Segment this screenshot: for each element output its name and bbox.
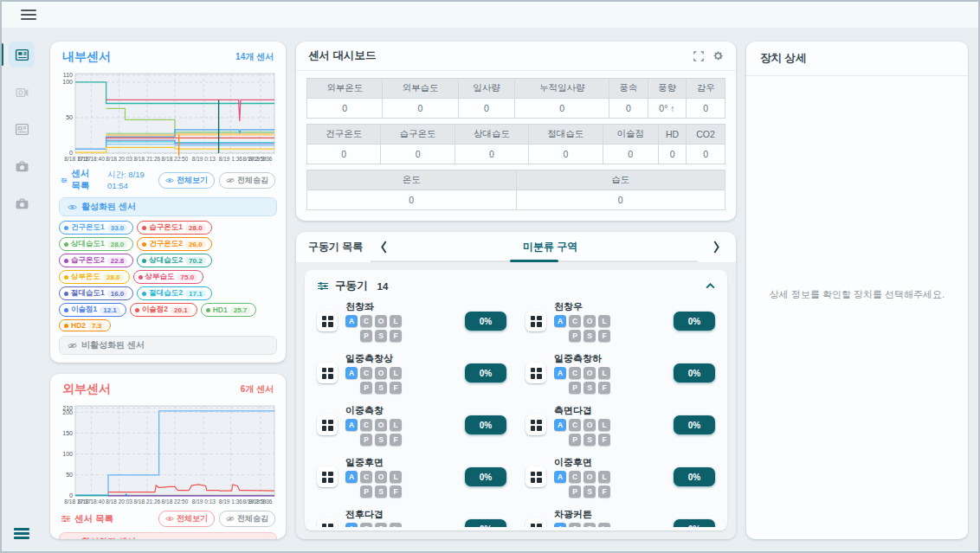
svg-text:0: 0 bbox=[69, 150, 73, 156]
grid-icon bbox=[322, 524, 333, 528]
active-sensors-bar[interactable]: 활성화된 센서 bbox=[59, 197, 277, 216]
svg-text:0: 0 bbox=[69, 492, 73, 498]
actuator-value-button[interactable]: 0% bbox=[674, 519, 715, 527]
collapse-group-button[interactable] bbox=[706, 283, 715, 289]
actuator-grid-button[interactable] bbox=[317, 518, 338, 527]
chip-value: 12.1 bbox=[100, 306, 120, 314]
sensor-chip[interactable]: 절대습도116.0 bbox=[59, 286, 133, 300]
actuator-grid-button[interactable] bbox=[525, 466, 546, 487]
sensor-chip[interactable]: 상부습도75.0 bbox=[133, 270, 204, 284]
mode-badge-A: A bbox=[345, 523, 358, 527]
tab-unclassified-zone[interactable]: 미분류 구역 bbox=[391, 240, 709, 254]
mode-badge-S: S bbox=[375, 330, 387, 342]
dashboard-column-header: 풍속 bbox=[609, 79, 648, 99]
dashboard-column-header: 습구온도 bbox=[381, 125, 455, 145]
actuator-value-button[interactable]: 0% bbox=[674, 467, 715, 486]
show-all-button[interactable]: 전체보기 bbox=[158, 511, 215, 527]
mode-badge-F: F bbox=[390, 485, 402, 498]
sidebar-collapse-hamburger-icon[interactable] bbox=[14, 526, 29, 542]
sensor-chip[interactable]: 상부온도28.0 bbox=[59, 270, 130, 284]
actuator-value-button[interactable]: 0% bbox=[674, 363, 715, 383]
detail-empty-message: 상세 정보를 확인할 장치를 선택해주세요. bbox=[770, 288, 945, 327]
actuator-value-button[interactable]: 0% bbox=[465, 415, 506, 434]
chevron-up-icon bbox=[706, 283, 715, 289]
chip-color-dot bbox=[64, 242, 68, 247]
chip-value: 75.0 bbox=[177, 273, 198, 281]
sensor-chip[interactable]: 습구온도222.8 bbox=[59, 254, 133, 267]
sensor-chip[interactable]: 이슬점112.1 bbox=[59, 303, 126, 317]
sensor-chip[interactable]: 절대습도217.1 bbox=[137, 286, 211, 300]
inactive-sensors-bar[interactable]: 비활성화된 센서 bbox=[59, 336, 277, 355]
active-sensors-bar[interactable]: 활성화된 센서 bbox=[59, 532, 277, 539]
dashboard-column-header: 온도 bbox=[307, 170, 517, 190]
mode-badge-C: C bbox=[569, 419, 581, 431]
mode-badge-L: L bbox=[390, 315, 402, 327]
mode-badge-C: C bbox=[360, 419, 372, 431]
actuator-grid-button[interactable] bbox=[525, 415, 546, 435]
sensor-chip[interactable]: 건구온도133.0 bbox=[59, 221, 133, 235]
show-all-button[interactable]: 전체보기 bbox=[158, 172, 215, 189]
mode-badge-L: L bbox=[390, 419, 402, 431]
sensor-chip[interactable]: HD125.7 bbox=[201, 303, 257, 317]
chip-label: 상대습도1 bbox=[71, 239, 105, 249]
sidebar-item-layout[interactable] bbox=[9, 116, 35, 142]
actuator-grid-button[interactable] bbox=[525, 518, 546, 527]
fullscreen-icon[interactable] bbox=[693, 51, 704, 61]
chip-value: 26.0 bbox=[185, 241, 206, 248]
sensor-chip[interactable]: 상대습도270.2 bbox=[137, 254, 211, 267]
actuator-grid-button[interactable] bbox=[317, 415, 338, 435]
mode-badge-L: L bbox=[598, 523, 610, 527]
chevron-left-icon bbox=[380, 241, 388, 254]
chip-label: 상부온도 bbox=[71, 272, 100, 282]
actuator-grid-button[interactable] bbox=[525, 311, 546, 331]
gear-icon[interactable] bbox=[712, 50, 724, 61]
grid-icon bbox=[322, 472, 333, 483]
actuator-grid-button[interactable] bbox=[317, 311, 338, 331]
sidebar-item-equipment[interactable] bbox=[9, 79, 35, 105]
actuator-name: 차광커튼 bbox=[554, 508, 666, 521]
actuator-value-button[interactable]: 0% bbox=[465, 467, 506, 486]
sidebar-item-camera-2[interactable] bbox=[9, 190, 35, 216]
mode-badge-A: A bbox=[554, 523, 566, 527]
mode-badge-F: F bbox=[598, 382, 610, 394]
svg-text:210: 210 bbox=[62, 405, 73, 411]
actuator-value-button[interactable]: 0% bbox=[674, 415, 715, 434]
sensor-chip[interactable]: 이슬점220.1 bbox=[130, 303, 197, 317]
mode-badge-P: P bbox=[569, 434, 581, 446]
actuator-grid-button[interactable] bbox=[525, 363, 546, 383]
hide-all-button[interactable]: 전체숨김 bbox=[219, 172, 275, 189]
chart-x-axis-labels: 8/18 17:178/18 18:408/18 20:038/18 21:26… bbox=[59, 498, 277, 506]
sensor-chip[interactable]: 건구온도226.0 bbox=[137, 237, 211, 251]
chart-time-label: 시간: 8/19 01:54 bbox=[107, 170, 150, 190]
sidebar-item-dashboard[interactable] bbox=[9, 42, 35, 68]
chip-label: 습구온도1 bbox=[149, 222, 183, 233]
actuator-item: 이중후면ACOLPSF0% bbox=[525, 456, 715, 498]
actuator-grid-button[interactable] bbox=[317, 466, 338, 487]
chip-color-dot bbox=[64, 226, 68, 230]
sensor-chip[interactable]: 습구온도128.0 bbox=[137, 221, 211, 235]
menu-hamburger-icon[interactable] bbox=[21, 7, 36, 23]
sensor-chip[interactable]: 상대습도128.0 bbox=[59, 237, 133, 251]
grid-icon bbox=[322, 316, 333, 327]
actuator-name: 이중후면 bbox=[554, 456, 666, 469]
sensor-chip[interactable]: HD27.3 bbox=[59, 319, 111, 331]
dashboard-column-header: 외부온도 bbox=[307, 79, 383, 99]
chip-label: 절대습도2 bbox=[149, 288, 183, 299]
actuator-value-button[interactable]: 0% bbox=[465, 363, 506, 383]
actuator-value-button[interactable]: 0% bbox=[674, 312, 715, 331]
actuator-item: 차광커튼ACOLPSF0% bbox=[525, 508, 715, 527]
actuator-grid-button[interactable] bbox=[317, 363, 338, 383]
actuator-value-button[interactable]: 0% bbox=[465, 519, 506, 527]
chip-value: 17.1 bbox=[185, 290, 206, 298]
actuator-group-panel: 구동기 14 천창좌ACOLPSF0%천창우ACOLPSF0%일중측창상ACOL… bbox=[305, 270, 727, 530]
eye-off-icon bbox=[68, 343, 77, 349]
next-zone-arrow[interactable] bbox=[709, 241, 724, 254]
dashboard-value-cell: 0 bbox=[659, 145, 687, 164]
actuator-value-button[interactable]: 0% bbox=[465, 312, 506, 331]
chip-value: 70.2 bbox=[185, 257, 206, 265]
hide-all-button[interactable]: 전체숨김 bbox=[219, 511, 275, 527]
prev-zone-arrow[interactable] bbox=[377, 241, 391, 254]
sidebar-item-camera-1[interactable] bbox=[9, 153, 35, 179]
app-window: 내부센서 14개 센서 0501001108/18 17:178/18 18:4… bbox=[0, 0, 980, 553]
dashboard-value-cell: 0 bbox=[609, 99, 648, 119]
